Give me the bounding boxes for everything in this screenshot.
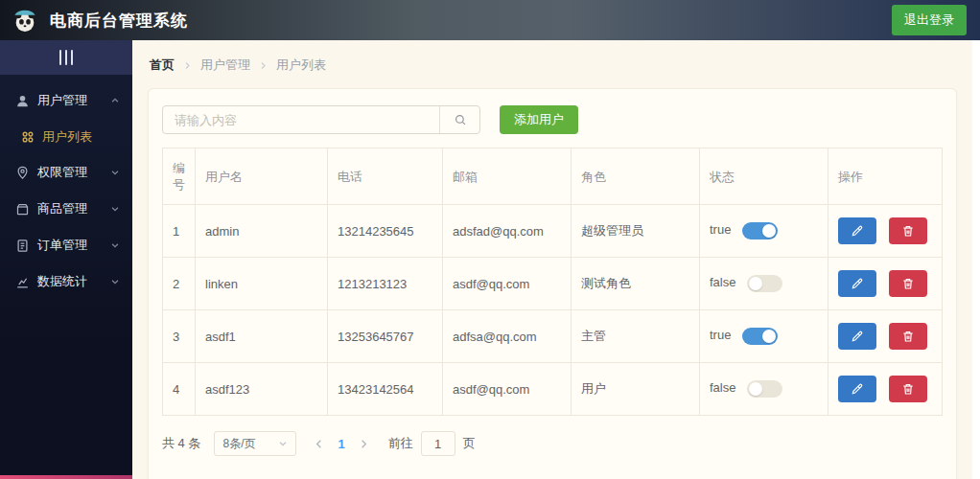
sidebar: 用户管理 用户列表 权限管理	[0, 40, 132, 479]
column-header-email: 邮箱	[443, 148, 572, 205]
cell-phone: 13253645767	[328, 310, 443, 363]
delete-button[interactable]	[889, 376, 927, 402]
page-unit: 页	[463, 435, 476, 452]
edit-button[interactable]	[838, 270, 876, 297]
toolbar: 添加用户	[162, 105, 943, 134]
toggle-knob	[762, 224, 776, 238]
sidebar-item-permission-management[interactable]: 权限管理	[0, 154, 132, 191]
delete-button[interactable]	[889, 217, 927, 244]
cell-phone: 1213213123	[328, 258, 443, 310]
column-header-phone: 电话	[328, 148, 443, 205]
chevron-down-icon	[110, 204, 120, 214]
cell-username: linken	[196, 258, 328, 310]
cell-username: admin	[196, 205, 328, 258]
next-page-button[interactable]	[355, 435, 373, 453]
table-row: 1 admin 13214235645 adsfad@qq.com 超级管理员 …	[163, 205, 943, 258]
cell-actions	[828, 258, 943, 310]
sidebar-item-label: 用户管理	[37, 92, 110, 109]
sidebar-item-order-management[interactable]: 订单管理	[0, 227, 132, 263]
app-header: 电商后台管理系统 退出登录	[0, 0, 980, 40]
table-row: 2 linken 1213213123 asdf@qq.com 测试角色 fal…	[163, 258, 943, 310]
cell-actions	[828, 205, 943, 258]
pagination: 共 4 条 8条/页 1 前往 页	[162, 431, 943, 456]
app-title: 电商后台管理系统	[50, 10, 188, 32]
user-icon	[15, 94, 30, 108]
edit-button[interactable]	[838, 217, 876, 244]
order-icon	[15, 239, 30, 253]
collapse-bar-icon	[71, 50, 73, 65]
prev-page-button[interactable]	[310, 435, 328, 453]
sidebar-item-label: 用户列表	[42, 128, 120, 146]
main-content: 首页 用户管理 用户列表 添加用户	[132, 40, 972, 479]
breadcrumb-user-management[interactable]: 用户管理	[200, 57, 250, 74]
chevron-up-icon	[110, 96, 120, 105]
chevron-right-icon	[183, 61, 192, 70]
collapse-bar-icon	[65, 50, 67, 65]
status-label: true	[710, 328, 731, 342]
goto-page-input[interactable]	[421, 431, 455, 456]
cell-status: false	[700, 258, 828, 310]
sidebar-item-user-list[interactable]: 用户列表	[0, 119, 132, 154]
sidebar-accent-bar	[0, 475, 132, 479]
search-icon	[454, 113, 467, 126]
trash-icon	[901, 382, 915, 396]
status-toggle[interactable]	[742, 222, 778, 240]
trash-icon	[901, 277, 915, 290]
delete-button[interactable]	[889, 323, 927, 350]
sidebar-item-label: 商品管理	[37, 200, 110, 217]
page-size-select[interactable]: 8条/页	[214, 431, 296, 456]
breadcrumb-home[interactable]: 首页	[150, 57, 175, 74]
toggle-knob	[749, 382, 762, 396]
toggle-knob	[749, 277, 762, 290]
trash-icon	[901, 330, 915, 343]
users-table: 编号 用户名 电话 邮箱 角色 状态 操作 1 admin 1321423564…	[162, 148, 943, 416]
sidebar-item-label: 订单管理	[37, 237, 110, 254]
sidebar-item-label: 数据统计	[37, 273, 110, 290]
table-row: 3 asdf1 13253645767 adfsa@qq.com 主管 true	[163, 310, 943, 363]
chevron-down-icon	[110, 240, 120, 250]
panda-logo-icon	[10, 5, 40, 35]
cell-email: asdf@qq.com	[443, 258, 572, 310]
cell-id: 2	[163, 258, 196, 310]
search-button[interactable]	[439, 106, 479, 133]
delete-button[interactable]	[889, 270, 927, 297]
column-header-username: 用户名	[196, 148, 328, 205]
cell-role: 超级管理员	[572, 205, 700, 258]
breadcrumb: 首页 用户管理 用户列表	[150, 57, 957, 74]
chevron-right-icon	[259, 61, 268, 70]
content-card: 添加用户 编号 用户名 电话 邮箱 角色 状态 操作	[148, 88, 957, 479]
search-group	[162, 105, 480, 134]
edit-button[interactable]	[838, 376, 876, 402]
cell-role: 测试角色	[572, 258, 700, 310]
cell-email: asdf@qq.com	[443, 363, 572, 416]
add-user-button[interactable]: 添加用户	[500, 105, 578, 134]
cell-role: 主管	[572, 310, 700, 363]
sidebar-item-user-management[interactable]: 用户管理	[0, 82, 132, 119]
cell-email: adfsa@qq.com	[443, 310, 572, 363]
edit-button[interactable]	[838, 323, 876, 350]
total-count: 共 4 条	[162, 435, 200, 452]
page-number[interactable]: 1	[338, 437, 344, 451]
trash-icon	[901, 224, 915, 238]
page-size-value: 8条/页	[222, 436, 255, 452]
cell-status: true	[700, 310, 828, 363]
chart-icon	[15, 275, 30, 289]
sidebar-item-goods-management[interactable]: 商品管理	[0, 191, 132, 227]
cell-username: asdf123	[196, 363, 328, 416]
cell-status: false	[700, 363, 828, 416]
column-header-id: 编号	[163, 148, 196, 205]
status-toggle[interactable]	[747, 380, 782, 398]
toggle-knob	[762, 330, 776, 343]
sidebar-nav: 用户管理 用户列表 权限管理	[0, 75, 132, 300]
sidebar-collapse-toggle[interactable]	[0, 40, 132, 75]
cell-status: true	[700, 205, 828, 258]
cell-phone: 13423142564	[328, 363, 443, 416]
status-toggle[interactable]	[742, 328, 778, 345]
logout-button[interactable]: 退出登录	[892, 5, 967, 35]
status-toggle[interactable]	[747, 275, 782, 292]
sidebar-item-data-statistics[interactable]: 数据统计	[0, 263, 132, 300]
app-body: 用户管理 用户列表 权限管理	[0, 40, 980, 479]
collapse-bar-icon	[59, 50, 61, 65]
cell-actions	[828, 310, 943, 363]
search-input[interactable]	[163, 106, 439, 133]
